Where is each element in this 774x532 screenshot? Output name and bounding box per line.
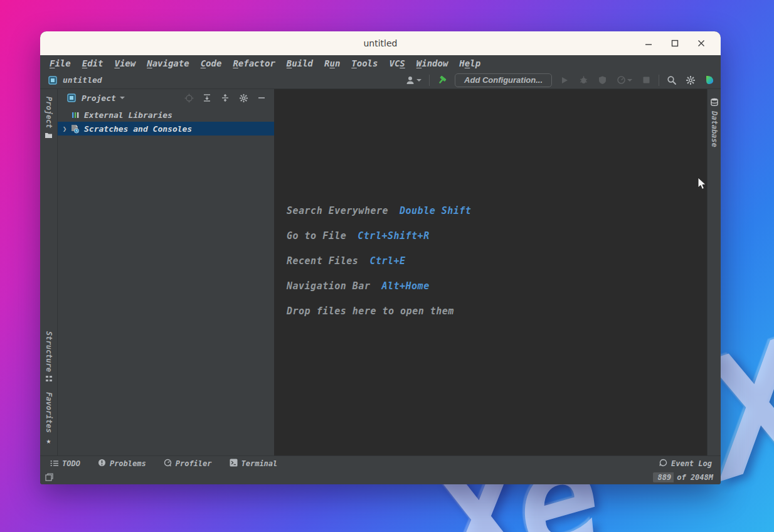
hide-panel-icon[interactable] (255, 92, 268, 104)
mouse-cursor (697, 177, 708, 193)
breadcrumb[interactable]: untitled (46, 74, 102, 87)
stripe-tab-database-label: Database (710, 111, 719, 147)
menu-build[interactable]: Build (281, 55, 319, 72)
hint-row: Recent Files Ctrl+E (287, 255, 471, 267)
project-view-icon (65, 92, 78, 104)
library-icon (71, 110, 80, 119)
window-controls (638, 35, 721, 51)
tree-item-external-libraries[interactable]: External Libraries (58, 108, 274, 122)
menu-view[interactable]: View (109, 55, 141, 72)
menu-navigate[interactable]: Navigate (141, 55, 194, 72)
tree-item-label: External Libraries (84, 110, 172, 120)
hint-shortcut: Ctrl+Shift+R (358, 230, 429, 242)
status-bar: 889 of 2048M (40, 471, 721, 484)
menubar: FileEditViewNavigateCodeRefactorBuildRun… (40, 55, 721, 72)
terminal-icon (230, 457, 238, 469)
chevron-right-icon[interactable]: ❯ (61, 125, 68, 133)
problems-icon (98, 457, 106, 469)
menu-help[interactable]: Help (453, 55, 486, 72)
maximize-button[interactable] (664, 35, 686, 51)
navigation-bar: untitled Add Configuration... (40, 72, 721, 89)
menu-run[interactable]: Run (319, 55, 346, 72)
stripe-tab-project-label: Project (45, 97, 53, 129)
editor-area[interactable]: Search Everywhere Double Shift Go to Fil… (274, 89, 707, 455)
event-log-icon (659, 457, 667, 469)
hint-row: Navigation Bar Alt+Home (287, 280, 471, 292)
ide-window: untitled FileEditViewNavigateCodeRefacto… (40, 31, 721, 484)
stripe-tab-structure[interactable]: Structure (45, 327, 53, 388)
toolwindow-switcher-icon[interactable] (45, 472, 53, 484)
star-icon: ★ (46, 436, 51, 445)
event-log-label[interactable]: Event Log (671, 459, 712, 468)
project-panel-title[interactable]: Project (82, 93, 116, 103)
tab-todo[interactable]: TODO (41, 456, 89, 471)
breadcrumb-label: untitled (63, 75, 102, 85)
chevron-down-icon[interactable] (120, 97, 125, 99)
stripe-tab-project[interactable]: Project (45, 93, 53, 144)
toolbar-separator (659, 75, 659, 86)
minimize-button[interactable] (638, 35, 659, 51)
todo-icon (50, 457, 58, 469)
hint-row: Drop files here to open them (287, 306, 471, 317)
ide-logo-icon[interactable] (703, 74, 716, 87)
tab-terminal[interactable]: Terminal (221, 456, 287, 471)
hint-action: Search Everywhere (287, 205, 388, 216)
close-button[interactable] (691, 35, 712, 51)
hammer-build-icon[interactable] (436, 74, 448, 87)
expand-all-icon[interactable] (201, 92, 213, 104)
hint-action: Drop files here to open them (287, 306, 454, 317)
right-stripe: Database (707, 89, 721, 455)
editor-shortcut-hints: Search Everywhere Double Shift Go to Fil… (287, 205, 471, 331)
hint-action: Recent Files (287, 255, 358, 267)
profiler-icon (615, 74, 634, 87)
panel-gear-icon[interactable] (237, 92, 250, 104)
menu-tools[interactable]: Tools (346, 55, 383, 72)
stripe-tab-structure-label: Structure (45, 331, 53, 372)
project-panel-header: Project (58, 89, 274, 107)
memory-total: of 2048M (674, 472, 716, 482)
hint-action: Navigation Bar (287, 280, 370, 292)
menu-window[interactable]: Window (411, 55, 454, 72)
hint-shortcut: Ctrl+E (369, 255, 405, 267)
gear-icon[interactable] (684, 74, 697, 87)
titlebar[interactable]: untitled (40, 31, 721, 55)
tab-profiler-label: Profiler (176, 459, 212, 468)
menu-file[interactable]: File (44, 55, 77, 72)
tree-item-label: Scratches and Consoles (84, 124, 192, 134)
left-stripe: Project Structure Favorites ★ (40, 89, 58, 455)
window-app-icon (46, 74, 59, 87)
search-icon[interactable] (665, 74, 678, 87)
tab-todo-label: TODO (62, 459, 80, 468)
memory-indicator[interactable]: 889 of 2048M (653, 472, 716, 482)
toolbar-separator (429, 75, 430, 86)
tree-item-scratches-and-consoles[interactable]: ❯ Scratches and Consoles (58, 122, 274, 136)
tab-profiler[interactable]: Profiler (155, 456, 221, 471)
user-icon[interactable] (404, 74, 423, 87)
database-icon (711, 98, 718, 108)
collapse-all-icon[interactable] (219, 92, 231, 104)
menu-edit[interactable]: Edit (77, 55, 109, 72)
menu-vcs[interactable]: VCS (383, 55, 410, 72)
hint-row: Search Everywhere Double Shift (287, 205, 471, 216)
scratches-icon (70, 124, 80, 134)
stop-icon (640, 74, 652, 87)
locate-icon (183, 92, 195, 104)
hint-shortcut: Double Shift (400, 205, 471, 216)
main-area: Project Structure Favorites ★ (40, 89, 721, 455)
tab-terminal-label: Terminal (241, 459, 278, 468)
stripe-tab-database[interactable]: Database (710, 94, 719, 151)
menu-code[interactable]: Code (195, 55, 228, 72)
menu-refactor[interactable]: Refactor (227, 55, 280, 72)
bottom-toolwindow-bar: TODO Problems Profiler Terminal Event Lo… (40, 455, 721, 471)
hint-row: Go to File Ctrl+Shift+R (287, 230, 471, 242)
coverage-icon (596, 74, 608, 87)
project-panel: Project (58, 89, 274, 455)
hint-action: Go to File (287, 230, 346, 242)
structure-icon (45, 375, 53, 385)
add-configuration-button[interactable]: Add Configuration... (455, 73, 552, 87)
stripe-tab-favorites-label: Favorites (45, 392, 53, 433)
tab-problems[interactable]: Problems (89, 456, 155, 471)
stripe-tab-favorites[interactable]: Favorites ★ (45, 388, 53, 449)
profiler-tab-icon (164, 457, 172, 469)
hint-shortcut: Alt+Home (381, 280, 429, 292)
